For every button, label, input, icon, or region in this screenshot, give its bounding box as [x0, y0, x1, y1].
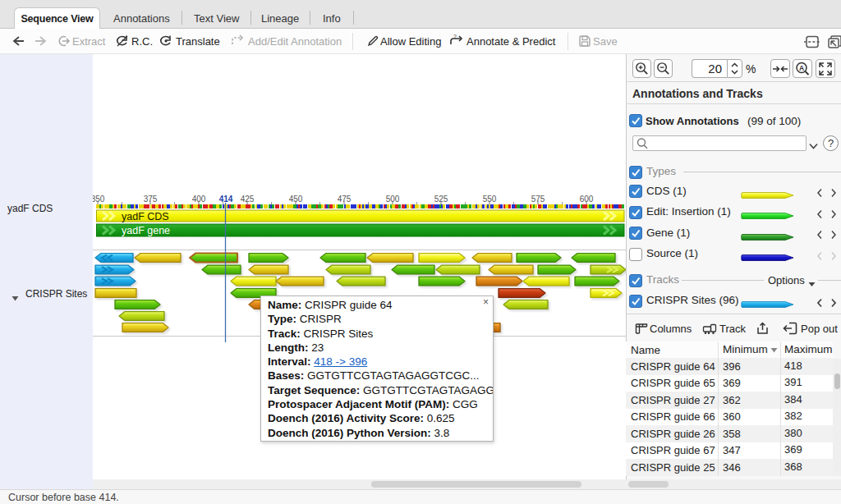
- svg-text:?: ?: [453, 34, 457, 39]
- svg-text:414: 414: [219, 195, 233, 204]
- svg-text:350: 350: [93, 195, 105, 204]
- svg-text:yadF gene: yadF gene: [122, 225, 170, 236]
- svg-text:yadF CDS: yadF CDS: [122, 211, 169, 222]
- svg-text:A: A: [799, 63, 804, 71]
